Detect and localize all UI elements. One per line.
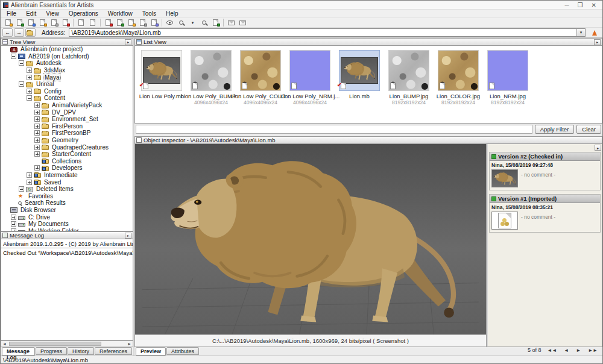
menu-item-view[interactable]: View [41, 10, 64, 17]
tree-item-firstpersonbp[interactable]: FirstPersonBP [1, 130, 133, 137]
tree-expander[interactable] [27, 180, 32, 185]
file-item-lion-bump-jpg[interactable]: Lion_BUMP.jpg8192x8192x24 [386, 50, 432, 123]
tree-item-animalvarietypack[interactable]: AnimalVarietyPack [1, 102, 133, 109]
version-entry[interactable]: Version #1 (Imported)Nina, 15/08/2019 08… [489, 194, 601, 233]
forward-button[interactable]: → [14, 28, 24, 37]
tree-expander[interactable] [27, 172, 32, 178]
export-icon[interactable] [114, 18, 125, 27]
tree-item-my-documents[interactable]: My Documents [1, 221, 133, 228]
tree-expander[interactable] [34, 102, 40, 108]
menu-item-tools[interactable]: Tools [137, 10, 161, 17]
tree-expander[interactable] [27, 75, 32, 80]
find-files-icon[interactable] [148, 18, 160, 27]
search-icon[interactable] [175, 18, 187, 27]
tree-item-unreal[interactable]: Unreal [1, 81, 133, 88]
lion-3d-preview[interactable] [135, 144, 486, 334]
tree-item-favorites[interactable]: ★Favorites [1, 192, 133, 199]
menu-item-file[interactable]: File [2, 10, 21, 17]
tree-item-alienbrain-one-project-[interactable]: Alienbrain (one project) [1, 46, 133, 53]
import-icon[interactable] [103, 18, 114, 27]
tree-item-maya[interactable]: Maya [1, 74, 133, 81]
mail-notification-icon[interactable] [237, 18, 248, 27]
back-button[interactable]: ← [2, 28, 13, 37]
search-options-icon[interactable]: ▾ [187, 18, 198, 27]
tree-expander[interactable] [27, 67, 32, 73]
minimize-button[interactable]: ─ [565, 2, 569, 8]
message-log-menu-button[interactable]: ▸ [125, 233, 131, 239]
tree-expander[interactable] [27, 89, 32, 94]
tree-item-deleted-items[interactable]: Deleted Items [1, 186, 133, 193]
menu-item-workflow[interactable]: Workflow [103, 10, 137, 17]
tree-expander[interactable] [34, 151, 40, 157]
tree-expander[interactable] [11, 54, 16, 59]
show-preview-icon[interactable] [164, 18, 175, 27]
first-page-button[interactable]: ◄◄ [546, 348, 558, 353]
copy-icon[interactable] [75, 18, 87, 27]
get-latest-icon[interactable] [48, 18, 60, 27]
file-item-lion-nrm-jpg[interactable]: Lion_NRM.jpg8192x8192x24 [485, 50, 531, 123]
tree-expander[interactable] [19, 81, 24, 87]
tree-item-startercontent[interactable]: StarterContent [1, 151, 133, 158]
tree-expander[interactable] [11, 221, 16, 227]
file-item-lion-low-poly-colo-[interactable]: Lion Low Poly_COLO...4096x4096x24 [238, 50, 283, 123]
tree-item-geometry[interactable]: Geometry [1, 137, 133, 144]
file-item-lion-color-jpg[interactable]: Lion_COLOR.jpg8192x8192x24 [435, 50, 481, 123]
file-item-lion-low-poly-nrm-j-[interactable]: Lion Low Poly_NRM.j...4096x4096x24 [287, 50, 333, 123]
tree-expander[interactable] [34, 165, 40, 171]
find-in-project-icon[interactable] [198, 18, 210, 27]
close-button[interactable]: ✕ [592, 2, 596, 8]
tree-item-search-results[interactable]: Search Results [1, 199, 133, 207]
tree-item-c-drive[interactable]: C: Drive [1, 213, 133, 221]
menu-item-edit[interactable]: Edit [21, 10, 41, 17]
scroll-right-icon[interactable]: ► [126, 342, 133, 346]
scroll-thumb[interactable] [9, 342, 101, 346]
tree-item-my-working-folder[interactable]: My Working Folder [1, 227, 133, 231]
delete-icon[interactable] [60, 18, 71, 27]
next-page-button[interactable]: ► [575, 348, 582, 353]
address-dropdown-button[interactable]: ▾ [576, 29, 585, 36]
tree-expander[interactable] [34, 124, 40, 129]
duplicate-icon[interactable] [137, 18, 148, 27]
edit-file-icon[interactable] [125, 18, 137, 27]
version-thumbnail[interactable] [491, 212, 518, 230]
tree-expander[interactable] [34, 110, 40, 115]
check-in-icon[interactable] [37, 18, 48, 27]
tree-item-environment-set[interactable]: Environment_Set [1, 116, 133, 123]
tree-item-disk-browser[interactable]: Disk Browser [1, 207, 133, 214]
tree-item-developers[interactable]: Developers [1, 165, 133, 172]
tree-expander[interactable] [34, 145, 40, 150]
tree-item-config[interactable]: Config [1, 88, 133, 95]
scroll-left-icon[interactable]: ◄ [1, 342, 8, 346]
tree-expander[interactable] [11, 228, 16, 231]
tree-item-quadrapedcreatures[interactable]: QuadrapedCreatures [1, 143, 133, 151]
tree-view-menu-button[interactable]: ▸ [125, 39, 131, 45]
version-entry[interactable]: Version #2 (Checked in)Nina, 15/08/2019 … [489, 152, 601, 190]
tree-expander[interactable] [19, 60, 24, 66]
tree-item-collections[interactable]: Collections [1, 158, 133, 165]
paste-icon[interactable] [87, 18, 98, 27]
tab-message-log[interactable]: Message Log [2, 347, 35, 356]
message-log-hscrollbar[interactable]: ◄ ► [1, 340, 133, 347]
maximize-button[interactable]: ❒ [578, 2, 583, 8]
check-out-icon[interactable] [14, 18, 25, 27]
tree-item-dv-dpv[interactable]: DV_DPV [1, 108, 133, 116]
tab-attributes[interactable]: Attributes [166, 347, 199, 355]
previous-page-button[interactable]: ◄ [563, 348, 570, 353]
list-view-menu-button[interactable]: ▸ [594, 39, 601, 45]
send-mail-icon[interactable] [226, 18, 237, 27]
tree-expander[interactable] [19, 186, 24, 192]
last-page-button[interactable]: ►► [587, 348, 599, 353]
new-file-icon[interactable] [2, 18, 14, 27]
tree-item-saved[interactable]: Saved [1, 178, 133, 186]
filter-input[interactable] [136, 125, 532, 134]
clear-filter-button[interactable]: Clear [576, 125, 601, 134]
tab-preview[interactable]: Preview [136, 347, 166, 356]
tree-item-autodesk[interactable]: Autodesk [1, 60, 133, 67]
tab-history[interactable]: History [68, 347, 94, 355]
undo-check-out-icon[interactable] [25, 18, 37, 27]
alienbrain-logo-button[interactable] [589, 28, 601, 37]
tree-expander[interactable] [34, 137, 40, 143]
tree-item-3dsmax[interactable]: 3dsMax [1, 67, 133, 74]
address-input[interactable] [69, 29, 576, 36]
tab-progress[interactable]: Progress [36, 347, 67, 355]
